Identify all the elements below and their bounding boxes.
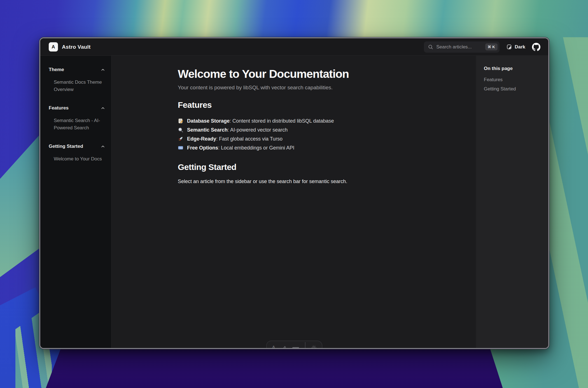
page-subtitle: Your content is powered by libSQL with v… — [178, 85, 465, 91]
sidebar-section-label: Features — [49, 105, 69, 111]
window-body: Theme Semantic Docs Theme Overview Featu… — [40, 56, 548, 348]
top-bar-actions: Search articles... ⌘ K Dark — [424, 41, 540, 53]
theme-contrast-icon — [506, 44, 512, 50]
feature-item-semantic-search: Semantic Search: AI-powered vector searc… — [178, 125, 465, 134]
sidebar-section-getting-started: Getting Started Welcome to Your Docs — [49, 144, 105, 163]
memo-emoji — [178, 118, 183, 124]
github-icon — [532, 43, 540, 51]
settings-gear-icon[interactable] — [311, 345, 317, 349]
theme-toggle-label: Dark — [515, 44, 525, 50]
app-window: A Astro Vault Search articles... ⌘ K — [39, 37, 549, 349]
feature-item-free-options: FREE Free Options: Local embeddings or G… — [178, 143, 465, 152]
getting-started-heading: Getting Started — [178, 162, 465, 172]
wallpaper-right-green-bands — [547, 37, 588, 388]
feature-text: Free Options: Local embeddings or Gemini… — [187, 145, 294, 151]
brand[interactable]: A Astro Vault — [49, 42, 91, 52]
sidebar-section-theme: Theme Semantic Docs Theme Overview — [49, 67, 105, 93]
feature-text: Semantic Search: AI-powered vector searc… — [187, 127, 288, 133]
magnifier-emoji — [178, 127, 183, 133]
feature-item-database-storage: Database Storage: Content stored in dist… — [178, 116, 465, 125]
toc-link-features[interactable]: Features — [484, 77, 542, 83]
feature-text: Database Storage: Content stored in dist… — [187, 118, 334, 124]
pen-tool-icon[interactable] — [281, 345, 286, 349]
top-bar: A Astro Vault Search articles... ⌘ K — [40, 38, 548, 56]
main-content: Welcome to Your Documentation Your conte… — [111, 56, 476, 348]
sidebar-section-theme-header[interactable]: Theme — [49, 67, 105, 73]
brand-title: Astro Vault — [62, 44, 91, 50]
sidebar-item-semantic-docs-theme-overview[interactable]: Semantic Docs Theme Overview — [54, 79, 105, 93]
sidebar-section-getting-started-header[interactable]: Getting Started — [49, 144, 105, 149]
sidebar-section-features: Features Semantic Search - AI-Powered Se… — [49, 105, 105, 131]
feature-item-edge-ready: Edge-Ready: Fast global access via Turso — [178, 134, 465, 143]
chevron-up-icon — [101, 106, 105, 110]
sidebar-nav: Theme Semantic Docs Theme Overview Featu… — [40, 56, 111, 348]
feature-text: Edge-Ready: Fast global access via Turso — [187, 136, 283, 142]
on-this-page-panel: On this page Features Getting Started — [476, 56, 548, 348]
app-logo[interactable]: A — [49, 42, 58, 52]
search-placeholder: Search articles... — [436, 44, 482, 50]
feature-list: Database Storage: Content stored in dist… — [178, 116, 465, 152]
app-logo-letter: A — [52, 44, 55, 50]
sidebar-section-label: Theme — [49, 67, 64, 73]
chevron-up-icon — [101, 144, 105, 149]
on-this-page-title: On this page — [484, 66, 542, 71]
line-tool-icon[interactable] — [292, 347, 299, 349]
svg-text:FREE: FREE — [178, 147, 183, 149]
wallpaper-purple-floor — [0, 346, 588, 388]
chevron-up-icon — [101, 68, 105, 72]
sidebar-item-semantic-search[interactable]: Semantic Search - AI-Powered Search — [54, 117, 105, 131]
features-heading: Features — [178, 100, 465, 110]
search-input[interactable]: Search articles... ⌘ K — [424, 41, 500, 53]
page-title: Welcome to Your Documentation — [178, 67, 465, 81]
free-button-emoji: FREE — [178, 145, 183, 151]
sidebar-section-label: Getting Started — [49, 144, 83, 149]
search-icon — [428, 44, 433, 50]
sidebar-item-welcome-to-your-docs[interactable]: Welcome to Your Docs — [54, 155, 105, 163]
rocket-emoji — [178, 136, 183, 142]
github-link[interactable] — [532, 43, 540, 51]
toc-link-getting-started[interactable]: Getting Started — [484, 86, 542, 92]
toolbar-divider — [305, 342, 305, 349]
theme-toggle-button[interactable]: Dark — [506, 44, 525, 50]
getting-started-body: Select an article from the sidebar or us… — [178, 179, 465, 184]
text-tool-icon[interactable]: A — [272, 345, 275, 349]
floating-toolbar[interactable]: A — [266, 341, 322, 349]
sidebar-section-features-header[interactable]: Features — [49, 105, 105, 111]
search-shortcut-badge: ⌘ K — [485, 43, 498, 50]
